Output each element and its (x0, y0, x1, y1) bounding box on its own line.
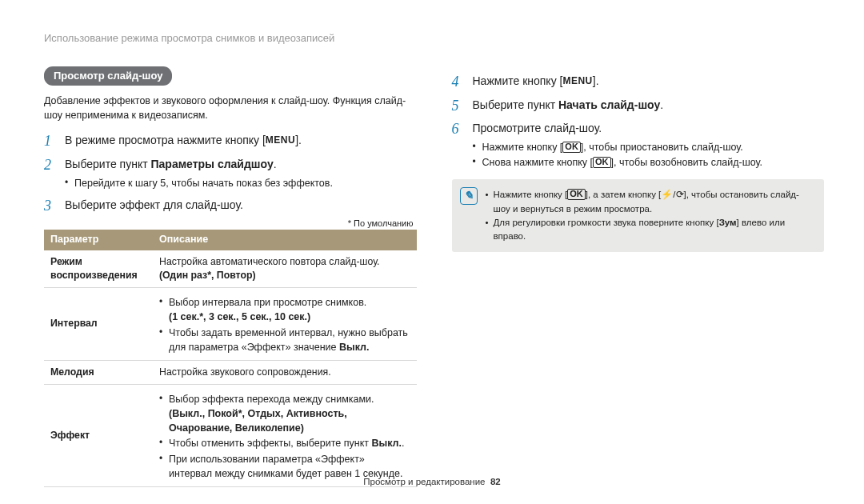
param-name: Режим воспроизведения (44, 250, 153, 288)
steps-left: В режиме просмотра нажмите кнопку [MENU]… (44, 132, 417, 214)
note-text: Нажмите кнопку [ (494, 190, 568, 199)
note-item-1: Нажмите кнопку [OK], а затем кнопку [⚡/⟳… (486, 188, 815, 215)
param-bullet-bold: (1 сек.*, 3 сек., 5 сек., 10 сек.) (169, 311, 310, 322)
section-lead: Добавление эффектов и звукового оформлен… (44, 94, 417, 122)
breadcrumb: Использование режима просмотра снимков и… (44, 32, 824, 44)
param-desc: Настройка звукового сопровождения. (153, 360, 417, 384)
step-2-text-c: . (274, 158, 277, 170)
sub-text: ], чтобы возобновить слайд-шоу. (611, 157, 763, 168)
step-5-text-c: . (660, 98, 663, 111)
note-bold: Зум (719, 218, 737, 227)
step-6-sub-1: Нажмите кнопку [OK], чтобы приостановить… (473, 140, 825, 154)
note-item-2: Для регулировки громкости звука повернит… (486, 216, 815, 242)
table-row: Эффект Выбор эффекта перехода между сним… (44, 385, 417, 487)
param-bullet-text: Чтобы задать временной интервал, нужно в… (169, 327, 408, 353)
param-bullet: Чтобы задать временной интервал, нужно в… (159, 326, 410, 354)
step-5-bold: Начать слайд-шоу (558, 98, 660, 111)
ok-icon: OK (562, 142, 581, 153)
table-row: Мелодия Настройка звукового сопровождени… (44, 360, 417, 384)
table-header-param: Параметр (44, 230, 153, 250)
param-bullet-tail: . (402, 438, 404, 449)
step-2-sub: Перейдите к шагу 5, чтобы начать показ б… (65, 176, 417, 190)
table-row: Интервал Выбор интервала при просмотре с… (44, 288, 417, 361)
step-2: Выберите пункт Параметры слайдшоу. Перей… (44, 156, 417, 190)
param-desc-text: Настройка автоматического повтора слайд-… (159, 256, 380, 267)
step-6: Просмотрите слайд-шоу. Нажмите кнопку [O… (452, 120, 825, 170)
note-text: ], а затем кнопку [ (586, 190, 662, 199)
param-bullet: Выбор интервала при просмотре снимков. (… (159, 295, 410, 324)
step-4-text-a: Нажмите кнопку [ (473, 74, 563, 87)
ok-icon: OK (593, 157, 611, 168)
sub-text: Снова нажмите кнопку [ (482, 157, 594, 168)
step-4-text-b: ]. (593, 74, 599, 87)
left-column: Просмотр слайд-шоу Добавление эффектов и… (44, 66, 417, 487)
manual-page: Использование режима просмотра снимков и… (0, 0, 864, 504)
param-bullet-bold: Выкл. (339, 342, 370, 353)
params-table: Параметр Описание Режим воспроизведения … (44, 230, 417, 486)
note-text: Для регулировки громкости звука повернит… (494, 218, 719, 227)
param-desc: Выбор эффекта перехода между снимками. (… (153, 385, 417, 487)
param-bullet-bold: (Выкл., Покой*, Отдых, Активность, Очаро… (169, 408, 347, 434)
page-footer: Просмотр и редактирование 82 (0, 477, 864, 486)
default-note: * По умолчанию (44, 218, 414, 228)
note-list: Нажмите кнопку [OK], а затем кнопку [⚡/⟳… (486, 187, 815, 243)
note-box: ✎ Нажмите кнопку [OK], а затем кнопку [⚡… (452, 179, 825, 251)
table-row: Режим воспроизведения Настройка автомати… (44, 250, 417, 288)
ok-icon: OK (567, 189, 586, 200)
param-bullet: Выбор эффекта перехода между снимками. (… (159, 392, 410, 435)
step-4: Нажмите кнопку [MENU]. (452, 73, 825, 90)
param-bullet-text: Выбор интервала при просмотре снимков. (169, 297, 366, 308)
step-5: Выберите пункт Начать слайд-шоу. (452, 97, 825, 114)
param-name: Мелодия (44, 360, 153, 384)
param-desc: Настройка автоматического повтора слайд-… (153, 250, 417, 288)
step-2-sub-1: Перейдите к шагу 5, чтобы начать показ б… (65, 176, 417, 190)
footer-page: 82 (490, 477, 501, 486)
step-6-sub-2: Снова нажмите кнопку [OK], чтобы возобно… (473, 155, 825, 170)
step-3: Выберите эффект для слайд-шоу. (44, 197, 417, 214)
footer-section: Просмотр и редактирование (363, 477, 485, 486)
step-1-text-a: В режиме просмотра нажмите кнопку [ (65, 134, 266, 146)
right-column: Нажмите кнопку [MENU]. Выберите пункт На… (452, 66, 825, 487)
step-6-text: Просмотрите слайд-шоу. (473, 122, 602, 134)
param-name: Эффект (44, 385, 153, 487)
param-desc-bold: (Один раз*, Повтор) (159, 270, 256, 281)
menu-icon: MENU (266, 133, 295, 148)
param-bullet: Чтобы отменить эффекты, выберите пункт В… (159, 436, 410, 450)
step-2-bold: Параметры слайдшоу (150, 158, 273, 170)
param-bullet-bold: Выкл. (371, 438, 402, 449)
step-5-text-a: Выберите пункт (473, 98, 558, 111)
sub-text: Нажмите кнопку [ (482, 142, 563, 153)
timer-icon: ⟳ (676, 188, 684, 202)
step-6-sub: Нажмите кнопку [OK], чтобы приостановить… (473, 140, 825, 170)
table-header-desc: Описание (153, 230, 417, 250)
param-desc: Выбор интервала при просмотре снимков. (… (153, 288, 417, 361)
step-1: В режиме просмотра нажмите кнопку [MENU]… (44, 132, 417, 150)
step-1-text-b: ]. (295, 134, 302, 146)
flash-icon: ⚡ (661, 188, 673, 202)
step-2-text-a: Выберите пункт (65, 158, 150, 170)
param-bullet-text: Выбор эффекта перехода между снимками. (169, 394, 374, 405)
menu-icon: MENU (562, 74, 592, 89)
note-icon: ✎ (460, 187, 478, 205)
param-name: Интервал (44, 288, 153, 361)
two-column-layout: Просмотр слайд-шоу Добавление эффектов и… (44, 66, 824, 487)
param-bullet-text: Чтобы отменить эффекты, выберите пункт (169, 438, 371, 449)
sub-text: ], чтобы приостановить слайд-шоу. (581, 142, 743, 153)
section-chip: Просмотр слайд-шоу (44, 66, 172, 86)
steps-right: Нажмите кнопку [MENU]. Выберите пункт На… (452, 73, 825, 170)
